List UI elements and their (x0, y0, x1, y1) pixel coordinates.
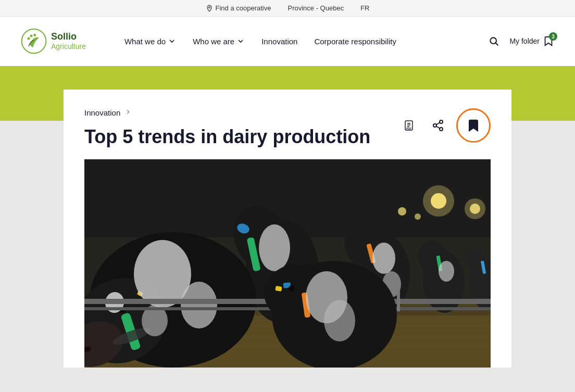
svg-point-0 (208, 6, 210, 8)
share-button[interactable] (428, 116, 448, 135)
svg-point-26 (423, 185, 454, 217)
pdf-icon: PDF (404, 119, 416, 132)
logo-link[interactable]: Sollio Agriculture (21, 28, 86, 54)
logo-icon (21, 28, 47, 54)
search-icon (489, 36, 499, 46)
svg-point-61 (181, 282, 217, 328)
bookmark-highlighted-button[interactable] (456, 108, 491, 143)
svg-point-30 (415, 213, 421, 220)
folder-icon-wrapper: 3 (543, 35, 554, 47)
svg-point-47 (259, 224, 290, 271)
svg-point-76 (324, 300, 355, 342)
svg-point-13 (433, 124, 436, 127)
brand-sub: Agriculture (51, 42, 86, 51)
svg-point-28 (465, 198, 485, 219)
content-card: Innovation PDF (64, 90, 511, 368)
svg-point-29 (398, 207, 406, 216)
pdf-download-button[interactable]: PDF (400, 116, 420, 135)
svg-point-41 (372, 243, 395, 274)
breadcrumb-arrow (124, 108, 132, 117)
page-content: Innovation PDF (0, 121, 575, 388)
article-actions: PDF (400, 108, 491, 143)
nav-who-we-are[interactable]: Who we are (185, 33, 252, 50)
nav-corporate-responsibility[interactable]: Corporate responsibility (307, 33, 404, 50)
main-navigation: Sollio Agriculture What we do Who we are… (0, 17, 575, 66)
search-button[interactable] (489, 36, 499, 46)
nav-what-we-do[interactable]: What we do (117, 33, 183, 50)
location-icon (206, 5, 213, 12)
svg-line-16 (436, 123, 440, 125)
chevron-down-icon (168, 37, 176, 45)
svg-point-2 (28, 37, 30, 40)
brand-name: Sollio (51, 31, 86, 43)
province-selector[interactable]: Province - Quebec (288, 4, 344, 12)
my-folder-button[interactable]: My folder 3 (509, 35, 554, 47)
svg-point-4 (33, 34, 36, 36)
nav-links: What we do Who we are Innovation Corpora… (117, 33, 489, 50)
article-title: Top 5 trends in dairy production (84, 125, 449, 148)
svg-line-6 (496, 43, 498, 46)
utility-bar: Find a cooperative Province - Quebec FR (0, 0, 575, 17)
find-coop-link[interactable]: Find a cooperative (206, 4, 271, 12)
hero-image (84, 159, 491, 368)
svg-point-37 (439, 261, 454, 282)
nav-actions: My folder 3 (489, 35, 554, 47)
svg-point-12 (440, 120, 443, 123)
bookmark-add-icon (466, 118, 481, 133)
svg-point-5 (491, 37, 497, 44)
breadcrumb-parent-link[interactable]: Innovation (84, 108, 120, 117)
svg-text:PDF: PDF (406, 127, 411, 130)
folder-badge: 3 (549, 32, 557, 41)
chevron-down-icon-2 (236, 37, 245, 45)
nav-innovation[interactable]: Innovation (254, 33, 305, 50)
svg-rect-69 (397, 290, 400, 311)
svg-point-3 (30, 35, 33, 37)
svg-point-14 (440, 128, 443, 131)
share-icon (432, 119, 444, 132)
dairy-scene-svg (84, 159, 491, 368)
language-toggle[interactable]: FR (360, 4, 369, 12)
svg-line-15 (436, 127, 440, 129)
svg-point-77 (289, 285, 295, 292)
